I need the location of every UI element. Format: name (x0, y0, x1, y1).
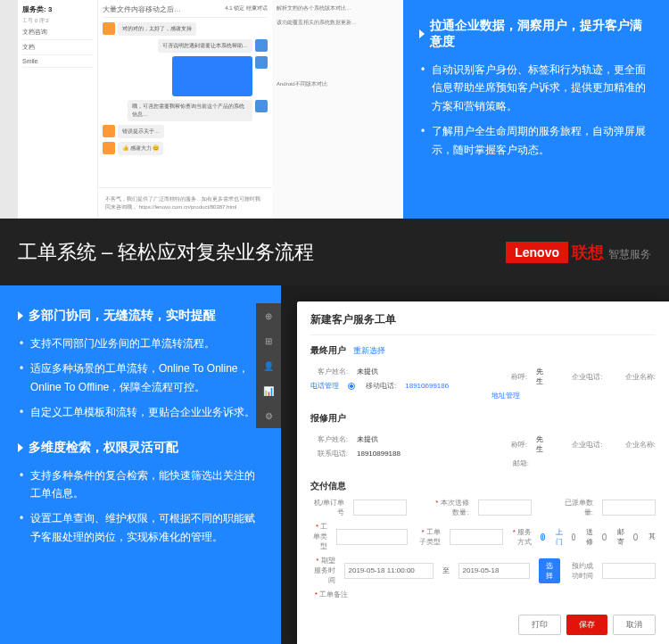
save-button[interactable]: 保存 (566, 615, 607, 635)
section-end-user: 最终用户重新选择 (310, 344, 656, 357)
feature-bullet: 支持不同部门/业务间的工单流转流程。 (30, 334, 263, 352)
chat-image-message[interactable] (172, 56, 252, 96)
lenovo-badge: Lenovo (506, 242, 568, 263)
feature-title: 拉通企业数据，洞察用户，提升客户满意度 (419, 18, 653, 50)
sent-input[interactable] (602, 500, 656, 516)
chat-list-title: 服务类: 3 (22, 4, 93, 14)
phone-manage-link[interactable]: 电话管理 (310, 381, 339, 391)
chat-input-area[interactable]: 不客气，我们提供了广泛而独特的服务…如有更多需求也可随时我回来咨询哦， http… (98, 187, 272, 219)
date-from-input[interactable] (344, 563, 434, 579)
address-manage-link[interactable]: 地址管理 (491, 391, 520, 400)
section-repair-user: 报修用户 (310, 412, 656, 425)
avatar (255, 100, 268, 112)
radio-mail[interactable] (602, 533, 607, 541)
feature-bullet: 设置工单查询、维护权限，可根据不同的职能赋予客服处理的岗位，实现标准化的管理。 (30, 509, 263, 546)
nav-icon[interactable]: ⚙ (256, 403, 281, 428)
feature-bullet: 自定义工单模板和流转，更贴合企业业务诉求。 (30, 403, 263, 421)
appt-input[interactable] (602, 563, 656, 579)
chat-conversation: 大量文件内容移动之后… 4.1 锁定 结束对话 对的对的，太好了，感谢支持 可否… (98, 0, 272, 219)
print-button[interactable]: 打印 (518, 615, 561, 635)
chat-simulator: 服务类: 3 工号 0 理 2 文档咨询 文档 Smile 大量文件内容移动之后… (0, 0, 403, 219)
radio-mobile[interactable] (348, 383, 355, 390)
section-title: 工单系统 – 轻松应对复杂业务流程 (18, 239, 314, 266)
cancel-button[interactable]: 取消 (613, 615, 656, 635)
qty-input[interactable] (478, 500, 532, 516)
feature-panel-top: 拉通企业数据，洞察用户，提升客户满意度 自动识别客户身份、标签和行为轨迹，更全面… (403, 0, 669, 219)
brand-logo: Lenovo 联想 智慧服务 (506, 242, 651, 263)
chat-message: 哦，可否您需要我帮你查询当前这个产品的系统信息… (128, 100, 252, 121)
reselect-link[interactable]: 重新选择 (353, 346, 385, 355)
sub-type-select[interactable] (450, 529, 503, 545)
date-to-input[interactable] (458, 563, 530, 579)
feature-title: 多维度检索，权限灵活可配 (18, 440, 263, 456)
form-title: 新建客户服务工单 (310, 312, 656, 335)
feature-panel-left: 多部门协同，无缝流转，实时提醒 支持不同部门/业务间的工单流转流程。 适应多种场… (0, 285, 281, 644)
section-header: 工单系统 – 轻松应对复杂业务流程 Lenovo 联想 智慧服务 (0, 219, 669, 285)
chat-contact-item[interactable]: Smile (22, 55, 93, 68)
radio-other[interactable] (633, 533, 638, 541)
avatar (103, 142, 115, 154)
ticket-form: 新建客户服务工单 最终用户重新选择 客户姓名:未提供 电话管理移动电话:1891… (297, 301, 669, 644)
section-delivery: 交付信息 (310, 480, 656, 492)
radio-onsite[interactable] (541, 533, 545, 541)
ticket-type-select[interactable] (336, 529, 408, 545)
chat-message: 可否说明您遇到需要让本系统帮助… (158, 39, 252, 53)
nav-icon[interactable]: ⊞ (256, 328, 281, 353)
chat-contact-item[interactable]: 文档咨询 (22, 25, 93, 40)
form-nav-rail: ⊕ ⊞ 👤 📊 ⚙ (256, 303, 281, 428)
select-button[interactable]: 选择 (539, 558, 560, 583)
feature-bullet: 自动识别客户身份、标签和行为轨迹，更全面信息帮助坐席预知客户诉求，提供更加精准的… (432, 61, 653, 115)
serial-input[interactable] (353, 500, 407, 516)
feature-bullet: 了解用户全生命周期的服务旅程，自动弹屏展示，随时掌握客户动态。 (432, 122, 653, 159)
chat-message: 对的对的，太好了，感谢支持 (118, 22, 196, 36)
chat-contact-item[interactable]: 文档 (22, 40, 93, 55)
avatar (255, 56, 268, 69)
chat-message: 错误提示关于… (118, 125, 164, 138)
chat-header: 大量文件内容移动之后… 4.1 锁定 结束对话 (103, 4, 268, 18)
chat-contact-list: 服务类: 3 工号 0 理 2 文档咨询 文档 Smile (18, 0, 98, 219)
nav-icon[interactable]: 👤 (256, 353, 281, 378)
chat-nav-rail (0, 0, 18, 219)
avatar (255, 39, 268, 52)
nav-icon[interactable]: ⊕ (256, 303, 281, 328)
avatar (103, 22, 115, 35)
feature-bullet: 支持多种条件的复合检索，能快速筛选出关注的工单信息。 (30, 466, 263, 503)
nav-icon[interactable]: 📊 (256, 378, 281, 403)
chat-info-panel: 解析文档的各个系统版本对比… 该功能覆盖相关的系统数据更新… Android不同… (272, 0, 403, 219)
radio-send[interactable] (572, 533, 576, 541)
chat-message: 👍 感谢大力 😊 (118, 142, 163, 155)
feature-bullet: 适应多种场景的工单流转，Online To Online，Online To O… (30, 359, 263, 396)
avatar (103, 125, 115, 137)
feature-title: 多部门协同，无缝流转，实时提醒 (18, 308, 263, 324)
